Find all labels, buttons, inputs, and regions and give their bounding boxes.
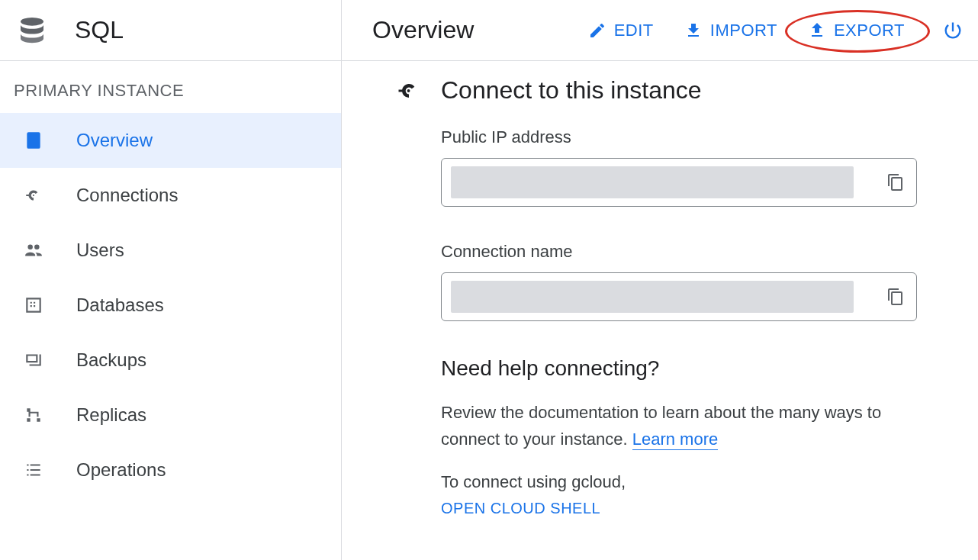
sidebar: SQL PRIMARY INSTANCE Overview Connection… [0, 0, 342, 560]
replicas-icon [23, 404, 44, 426]
import-icon [684, 21, 703, 40]
connections-icon [23, 185, 44, 206]
action-label: EDIT [614, 21, 654, 40]
power-icon [942, 20, 964, 41]
export-button[interactable]: EXPORT [808, 21, 905, 40]
sidebar-item-label: Users [76, 240, 124, 261]
sidebar-item-databases[interactable]: Databases [0, 278, 341, 333]
copy-icon [886, 173, 905, 191]
action-label: IMPORT [710, 21, 777, 40]
sidebar-header: SQL [0, 0, 341, 61]
copy-connection-name-button[interactable] [886, 287, 906, 307]
content: Connect to this instance Public IP addre… [342, 61, 978, 560]
users-icon [23, 240, 44, 261]
learn-more-link[interactable]: Learn more [632, 430, 719, 450]
svg-point-0 [21, 18, 43, 26]
connection-name-value [451, 281, 854, 313]
export-icon [808, 21, 826, 40]
sidebar-item-overview[interactable]: Overview [0, 113, 341, 168]
sidebar-item-label: Replicas [76, 404, 146, 426]
edit-icon [588, 21, 606, 40]
field-label: Public IP address [441, 127, 978, 147]
sidebar-item-label: Databases [76, 294, 164, 316]
sidebar-item-label: Connections [76, 185, 178, 206]
edit-button[interactable]: EDIT [588, 21, 654, 40]
connect-icon [395, 77, 423, 105]
card-title: Connect to this instance [441, 76, 702, 105]
sidebar-item-operations[interactable]: Operations [0, 443, 341, 497]
page-title: Overview [372, 16, 474, 44]
databases-icon [23, 294, 44, 316]
help-title: Need help connecting? [441, 356, 978, 381]
sidebar-nav: Overview Connections Users Databases [0, 113, 341, 497]
copy-icon [886, 288, 905, 306]
power-button[interactable] [941, 19, 964, 42]
sidebar-section-label: PRIMARY INSTANCE [0, 61, 341, 113]
sidebar-item-users[interactable]: Users [0, 223, 341, 278]
card-header: Connect to this instance [395, 76, 978, 105]
sidebar-item-replicas[interactable]: Replicas [0, 388, 341, 443]
help-section: Need help connecting? Review the documen… [441, 356, 978, 517]
connect-card: Connect to this instance Public IP addre… [395, 73, 978, 517]
backups-icon [23, 349, 44, 371]
sidebar-item-label: Backups [76, 349, 146, 371]
sidebar-item-label: Operations [76, 459, 166, 481]
help-text: Review the documentation to learn about … [441, 399, 929, 452]
open-cloud-shell-link[interactable]: OPEN CLOUD SHELL [441, 500, 600, 517]
public-ip-value-box [441, 158, 917, 207]
sidebar-item-label: Overview [76, 130, 153, 151]
connection-name-value-box [441, 272, 917, 321]
field-label: Connection name [441, 242, 978, 262]
gcloud-text: To connect using gcloud, [441, 472, 978, 492]
connection-name-field: Connection name [441, 242, 978, 321]
topbar: Overview EDIT IMPORT EXPORT [342, 0, 978, 61]
import-button[interactable]: IMPORT [684, 21, 777, 40]
operations-icon [23, 459, 44, 481]
product-title: SQL [75, 16, 124, 44]
copy-public-ip-button[interactable] [886, 172, 906, 192]
action-label: EXPORT [834, 21, 905, 40]
sidebar-item-connections[interactable]: Connections [0, 168, 341, 223]
main: Overview EDIT IMPORT EXPORT [342, 0, 978, 560]
sidebar-item-backups[interactable]: Backups [0, 333, 341, 388]
public-ip-value [451, 166, 854, 198]
public-ip-field: Public IP address [441, 127, 978, 207]
overview-icon [23, 130, 44, 151]
sql-logo-icon [17, 15, 47, 46]
